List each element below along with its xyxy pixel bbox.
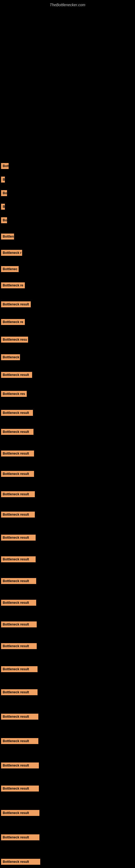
bottleneck-bar-1: Bottleneck result xyxy=(1,163,9,169)
bottleneck-bar-34: Bottleneck result xyxy=(1,810,39,816)
bottleneck-bar-11: Bottleneck re xyxy=(1,319,25,325)
bottleneck-bar-21: Bottleneck result xyxy=(1,512,35,518)
bottleneck-bar-8: Bottlenec xyxy=(1,266,18,272)
bottleneck-bar-30: Bottleneck result xyxy=(1,714,38,720)
bottleneck-bar-16: Bottleneck result xyxy=(1,410,33,416)
bottleneck-bar-31: Bottleneck result xyxy=(1,738,38,744)
bottleneck-bar-29: Bottleneck result xyxy=(1,689,38,695)
bottleneck-bar-35: Bottleneck result xyxy=(1,834,39,840)
bottleneck-bar-32: Bottleneck result xyxy=(1,763,39,769)
bottleneck-bar-26: Bottleneck result xyxy=(1,621,37,627)
bottleneck-bar-25: Bottleneck result xyxy=(1,600,36,606)
bottleneck-bar-5: Bo xyxy=(1,217,7,223)
bottleneck-bar-10: Bottleneck result xyxy=(1,301,31,307)
bottleneck-bar-17: Bottleneck result xyxy=(1,429,34,435)
bottleneck-bar-14: Bottleneck result xyxy=(1,372,32,378)
bottleneck-bar-23: Bottleneck result xyxy=(1,556,36,562)
bottleneck-bar-20: Bottleneck result xyxy=(1,491,35,497)
bottleneck-bar-27: Bottleneck result xyxy=(1,643,37,649)
bottleneck-bar-19: Bottleneck result xyxy=(1,471,34,477)
bottleneck-bar-4: B xyxy=(1,204,5,210)
bottleneck-bar-15: Bottleneck res xyxy=(1,391,27,397)
bottleneck-bar-7: Bottleneck r xyxy=(1,250,22,256)
bottleneck-bar-6: Bottlen xyxy=(1,234,14,240)
bottleneck-bar-28: Bottleneck result xyxy=(1,666,38,672)
bottleneck-bar-22: Bottleneck result xyxy=(1,535,36,540)
site-title: TheBottlenecker.com xyxy=(0,0,135,8)
bottleneck-bar-2: B xyxy=(1,177,5,183)
bottleneck-bar-24: Bottleneck result xyxy=(1,578,36,584)
bottleneck-bar-12: Bottleneck resu xyxy=(1,337,28,343)
bottleneck-bar-18: Bottleneck result xyxy=(1,451,34,457)
bottleneck-bar-9: Bottleneck re xyxy=(1,282,25,288)
bottleneck-bar-36: Bottleneck result xyxy=(1,859,40,865)
bottleneck-bar-13: Bottleneck xyxy=(1,354,20,360)
bottleneck-bar-33: Bottleneck result xyxy=(1,785,39,792)
bottleneck-bar-3: Bo xyxy=(1,190,7,196)
